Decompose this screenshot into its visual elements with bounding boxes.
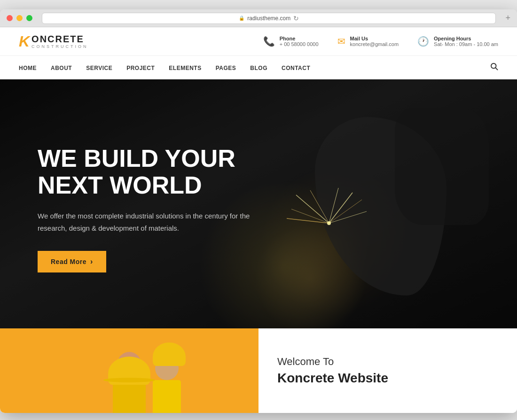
svg-line-5 [329,200,362,223]
refresh-button[interactable]: ↻ [293,15,299,22]
read-more-label: Read More [51,258,86,265]
website-content: K ONCRETE CONSTRUCTION 📞 Phone + 00 5800… [0,27,517,413]
close-button[interactable] [7,15,13,21]
nav-item-project[interactable]: PROJECT [126,63,155,72]
read-more-button[interactable]: Read More › [38,251,106,272]
url-text: radiustheme.com [247,15,290,22]
hours-value: Sat- Mon : 09am - 10.00 am [434,41,498,47]
worker-illustration [82,338,176,413]
nav-link-blog[interactable]: BLOG [250,65,267,71]
new-tab-button[interactable]: + [505,13,510,23]
welcome-label: Welcome To [277,356,498,368]
nav-link-contact[interactable]: CONTACT [282,65,310,71]
hours-label: Opening Hours [434,36,498,41]
phone-label: Phone [280,36,319,41]
browser-window: 🔒 radiustheme.com ↻ + K ONCRETE CONSTRUC… [0,9,517,413]
nav-item-elements[interactable]: ELEMENTS [169,63,201,72]
nav-item-contact[interactable]: CONTACT [282,63,310,72]
lock-icon: 🔒 [239,16,244,21]
clock-icon: 🕐 [417,36,429,47]
svg-line-4 [329,193,352,223]
bottom-right-panel: Welcome To Koncrete Website [258,328,517,413]
hero-section: WE BUILD YOUR NEXT WORLD We offer the mo… [0,79,517,328]
nav-link-about[interactable]: ABOUT [51,65,72,71]
welcome-title: Koncrete Website [277,371,498,386]
logo-brand-name: ONCRETE [31,34,88,44]
nav-item-about[interactable]: ABOUT [51,63,72,72]
top-bar: K ONCRETE CONSTRUCTION 📞 Phone + 00 5800… [0,27,517,56]
search-icon[interactable] [490,62,498,73]
nav-item-service[interactable]: SERVICE [86,63,112,72]
hero-title-line1: WE BUILD YOUR [38,145,235,172]
mail-value: koncrete@gmail.com [350,41,399,47]
svg-line-6 [329,211,367,223]
mail-info: ✉ Mail Us koncrete@gmail.com [337,36,399,47]
hero-content: WE BUILD YOUR NEXT WORLD We offer the mo… [0,79,306,272]
bottom-left-panel [0,328,258,413]
browser-titlebar: 🔒 radiustheme.com ↻ + [0,9,517,27]
nav-link-project[interactable]: PROJECT [126,65,155,71]
svg-line-9 [329,188,338,223]
logo[interactable]: K ONCRETE CONSTRUCTION [19,34,88,49]
phone-details: Phone + 00 58000 0000 [280,36,319,47]
nav-link-home[interactable]: HOME [19,65,37,71]
mail-details: Mail Us koncrete@gmail.com [350,36,399,47]
bike-silhouette [395,108,489,225]
logo-text-block: ONCRETE CONSTRUCTION [31,34,88,49]
navbar: HOME ABOUT SERVICE PROJECT ELEMENTS PAGE… [0,56,517,79]
nav-item-blog[interactable]: BLOG [250,63,267,72]
maximize-button[interactable] [26,15,32,21]
phone-value: + 00 58000 0000 [280,41,319,47]
nav-link-elements[interactable]: ELEMENTS [169,65,201,71]
hero-title-line2: NEXT WORLD [38,171,202,199]
svg-line-3 [310,190,329,223]
hero-title: WE BUILD YOUR NEXT WORLD [38,145,268,199]
phone-info: 📞 Phone + 00 58000 0000 [263,36,319,47]
hours-details: Opening Hours Sat- Mon : 09am - 10.00 am [434,36,498,47]
cta-arrow: › [90,257,93,266]
worker2-helmet [153,342,186,366]
nav-link-service[interactable]: SERVICE [86,65,112,71]
logo-sub-name: CONSTRUCTION [31,44,88,49]
worker2-body [153,380,181,413]
nav-link-pages[interactable]: PAGES [216,65,236,71]
hours-info: 🕐 Opening Hours Sat- Mon : 09am - 10.00 … [417,36,498,47]
nav-item-pages[interactable]: PAGES [216,63,236,72]
nav-item-home[interactable]: HOME [19,63,37,72]
worker1-helmet-brim [103,378,155,382]
logo-k-letter: K [19,34,30,49]
address-bar[interactable]: 🔒 radiustheme.com ↻ [42,13,496,24]
minimize-button[interactable] [16,15,23,21]
mail-icon: ✉ [337,36,345,47]
phone-icon: 📞 [263,36,275,47]
nav-links: HOME ABOUT SERVICE PROJECT ELEMENTS PAGE… [19,63,490,72]
svg-point-10 [327,221,331,225]
mail-label: Mail Us [350,36,399,41]
svg-line-1 [495,68,497,70]
top-bar-info: 📞 Phone + 00 58000 0000 ✉ Mail Us koncre… [263,36,498,47]
bottom-section: Welcome To Koncrete Website [0,328,517,413]
hero-description: We offer the most complete industrial so… [38,210,268,234]
